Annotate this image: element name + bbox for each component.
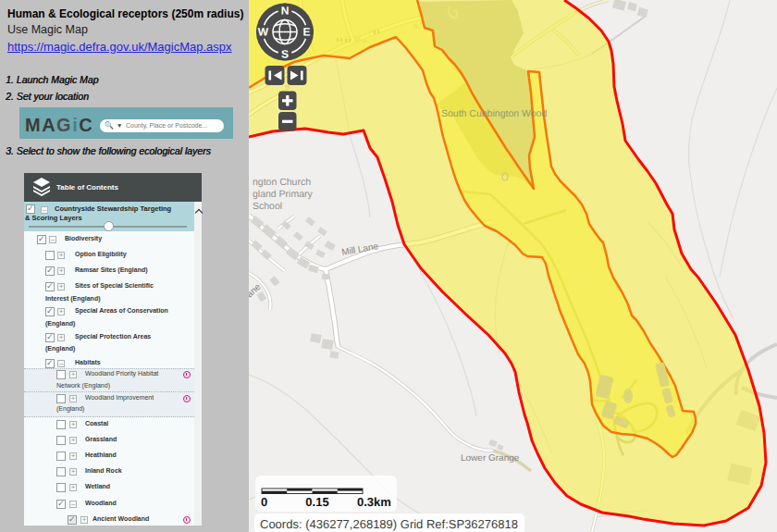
svg-text:ngton Church: ngton Church <box>253 176 311 187</box>
svg-text:S: S <box>281 47 289 60</box>
svg-text:School: School <box>253 200 282 211</box>
svg-text:South Cubbington Wood: South Cubbington Wood <box>441 107 547 118</box>
svg-text:0.15: 0.15 <box>305 495 328 509</box>
svg-text:0: 0 <box>261 495 267 509</box>
svg-text:Coords: (436277,268189) Grid R: Coords: (436277,268189) Grid Ref:SP36276… <box>260 517 518 531</box>
svg-text:gland Primary: gland Primary <box>253 188 314 199</box>
svg-text:0.3km: 0.3km <box>357 495 391 509</box>
svg-text:N: N <box>281 4 290 17</box>
svg-text:Lower Grange: Lower Grange <box>461 452 520 463</box>
svg-text:W: W <box>258 25 269 38</box>
svg-text:E: E <box>302 25 310 38</box>
